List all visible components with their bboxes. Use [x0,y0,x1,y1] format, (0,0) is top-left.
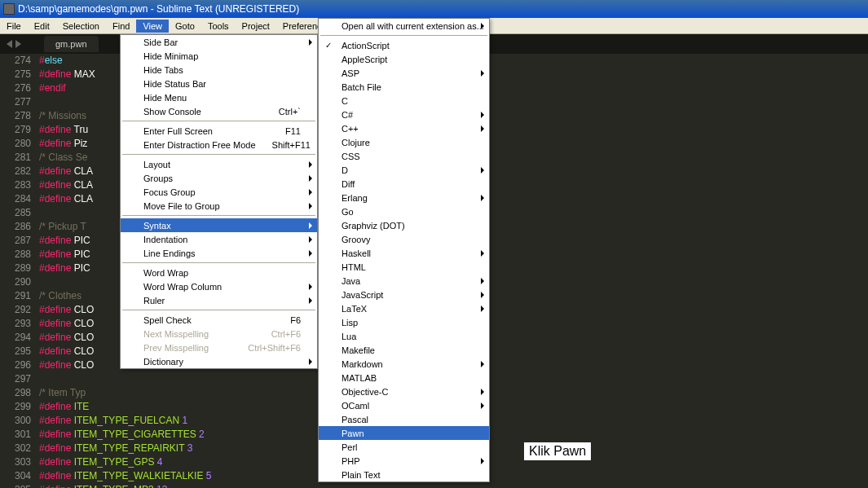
menu-item-label: Prev Misspelling [143,343,209,353]
submenu-arrow-icon [309,222,312,229]
view-item-indentation[interactable]: Indentation [121,232,317,246]
menu-find[interactable]: Find [106,20,136,33]
menu-item-label: Haskell [341,248,371,258]
view-item-hide-minimap[interactable]: Hide Minimap [121,49,317,63]
syntax-item-applescript[interactable]: AppleScript [319,52,489,66]
menu-item-label: C++ [341,124,359,134]
view-item-hide-tabs[interactable]: Hide Tabs [121,63,317,77]
view-item-enter-distraction-free-mode[interactable]: Enter Distraction Free ModeShift+F11 [121,138,317,152]
view-item-word-wrap-column[interactable]: Word Wrap Column [121,279,317,293]
syntax-item-haskell[interactable]: Haskell [319,246,489,260]
submenu-arrow-icon [309,203,312,209]
menu-view[interactable]: View [136,20,169,33]
menu-item-label: Lua [341,332,356,341]
nav-back-icon[interactable] [7,40,12,48]
menu-item-label: Line Endings [143,248,196,258]
syntax-item-asp[interactable]: ASP [319,66,489,80]
shortcut-label: F11 [269,126,301,136]
view-item-focus-group[interactable]: Focus Group [121,185,317,199]
submenu-arrow-icon [481,306,484,312]
syntax-item-javascript[interactable]: JavaScript [319,288,489,301]
menu-item-label: Hide Minimap [143,51,198,61]
menu-item-label: Pascal [341,415,368,424]
view-item-side-bar[interactable]: Side Bar [121,35,317,49]
menu-edit[interactable]: Edit [28,20,56,33]
menu-item-label: LaTeX [341,304,367,314]
syntax-item-lisp[interactable]: Lisp [319,315,489,329]
syntax-item-objective-c[interactable]: Objective-C [319,385,489,398]
syntax-item-go[interactable]: Go [319,204,489,218]
menu-item-label: Perl [341,442,358,452]
view-item-move-file-to-group[interactable]: Move File to Group [121,199,317,213]
view-item-show-console[interactable]: Show ConsoleCtrl+` [121,104,317,118]
syntax-item-open-all-with-current-extension-as-[interactable]: Open all with current extension as... [319,19,489,33]
syntax-item-d[interactable]: D [319,163,489,177]
view-item-word-wrap[interactable]: Word Wrap [121,266,317,279]
menu-item-label: ActionScript [341,41,390,51]
syntax-item-html[interactable]: HTML [319,260,489,274]
view-item-next-misspelling: Next MisspellingCtrl+F6 [121,327,317,341]
view-item-syntax[interactable]: Syntax [121,218,317,232]
shortcut-label: Shift+F11 [256,140,311,150]
view-item-ruler[interactable]: Ruler [121,293,317,307]
syntax-item-pawn[interactable]: Pawn [319,426,489,440]
syntax-item-markdown[interactable]: Markdown [319,357,489,371]
syntax-item-c-[interactable]: C++ [319,121,489,135]
view-item-spell-check[interactable]: Spell CheckF6 [121,313,317,327]
menu-item-label: Clojure [341,138,370,147]
menu-item-label: Groups [143,174,173,183]
syntax-item-latex[interactable]: LaTeX [319,301,489,315]
submenu-arrow-icon [481,402,484,409]
menu-item-label: Open all with current extension as... [341,21,484,31]
file-tab[interactable]: gm.pwn [44,36,99,52]
menu-item-label: Go [341,207,354,217]
menu-item-label: Hide Status Bar [143,79,206,89]
view-item-hide-status-bar[interactable]: Hide Status Bar [121,77,317,90]
syntax-item-c-[interactable]: C# [319,108,489,121]
syntax-item-diff[interactable]: Diff [319,177,489,191]
syntax-item-css[interactable]: CSS [319,149,489,163]
view-item-hide-menu[interactable]: Hide Menu [121,90,317,104]
syntax-item-graphviz-dot-[interactable]: Graphviz (DOT) [319,218,489,232]
view-item-dictionary[interactable]: Dictionary [121,354,317,368]
syntax-item-batch-file[interactable]: Batch File [319,80,489,94]
syntax-item-plain-text[interactable]: Plain Text [319,468,489,481]
shortcut-label: Ctrl+F6 [255,329,301,339]
view-item-groups[interactable]: Groups [121,171,317,185]
menu-item-label: Enter Distraction Free Mode [143,140,256,150]
shortcut-label: Ctrl+` [262,107,301,117]
view-item-line-endings[interactable]: Line Endings [121,246,317,260]
syntax-item-lua[interactable]: Lua [319,329,489,343]
syntax-item-php[interactable]: PHP [319,454,489,468]
menu-project[interactable]: Project [236,20,276,33]
menu-file[interactable]: File [0,20,28,33]
view-item-layout[interactable]: Layout [121,157,317,171]
syntax-item-pascal[interactable]: Pascal [319,412,489,426]
menu-selection[interactable]: Selection [56,20,106,33]
syntax-item-actionscript[interactable]: ✓ActionScript [319,38,489,52]
syntax-item-makefile[interactable]: Makefile [319,343,489,357]
menu-item-label: CSS [341,152,360,161]
submenu-arrow-icon [309,189,312,196]
shortcut-label: F6 [274,315,301,325]
syntax-item-java[interactable]: Java [319,274,489,288]
syntax-item-groovy[interactable]: Groovy [319,232,489,246]
nav-forward-icon[interactable] [15,40,21,48]
menu-goto[interactable]: Goto [169,20,201,33]
menu-item-label: Spell Check [143,315,192,325]
annotation-label: Klik Pawn [524,442,591,460]
syntax-submenu: Open all with current extension as...✓Ac… [318,18,490,482]
submenu-arrow-icon [481,167,484,174]
view-item-enter-full-screen[interactable]: Enter Full ScreenF11 [121,124,317,138]
syntax-item-clojure[interactable]: Clojure [319,135,489,149]
syntax-item-c[interactable]: C [319,94,489,108]
menu-tools[interactable]: Tools [201,20,236,33]
syntax-item-matlab[interactable]: MATLAB [319,371,489,385]
menu-item-label: Ruler [143,296,165,306]
menu-item-label: Erlang [341,193,368,203]
syntax-item-perl[interactable]: Perl [319,440,489,454]
menu-item-label: Groovy [341,235,370,244]
menu-item-label: Side Bar [143,37,178,47]
syntax-item-erlang[interactable]: Erlang [319,191,489,204]
syntax-item-ocaml[interactable]: OCaml [319,398,489,412]
